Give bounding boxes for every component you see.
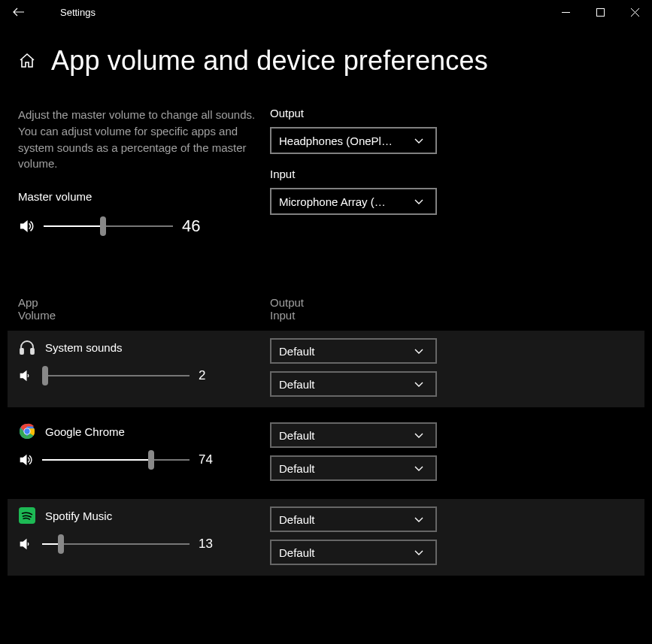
output-value: Headphones (OnePl… [279,135,410,147]
app-row: Google Chrome 74 Default Default [8,415,644,491]
app-input-select[interactable]: Default [270,455,437,481]
speaker-icon[interactable] [18,537,33,552]
svg-rect-1 [20,349,23,354]
app-volume-value: 74 [199,452,226,467]
app-volume-slider[interactable] [42,367,190,385]
svg-point-5 [24,428,29,434]
chevron-down-icon [410,547,428,558]
app-input-value: Default [279,378,410,391]
chevron-down-icon [410,135,428,146]
app-volume-slider[interactable] [42,535,190,553]
close-icon [631,8,639,17]
chevron-down-icon [410,463,428,473]
col-header-output: Output [270,296,304,309]
master-volume-value: 46 [182,216,209,236]
app-name: Google Chrome [45,425,125,438]
maximize-button[interactable] [583,0,617,24]
speaker-icon[interactable] [18,368,33,383]
master-volume-slider[interactable] [44,217,173,235]
output-select[interactable]: Headphones (OnePl… [270,127,437,154]
input-select[interactable]: Microphone Array (… [270,188,437,215]
app-output-value: Default [279,513,410,526]
col-header-app: App [18,296,270,309]
page-title: App volume and device preferences [51,45,488,77]
close-button[interactable] [617,0,652,24]
svg-rect-0 [596,8,604,16]
back-button[interactable] [0,0,38,24]
chevron-down-icon [410,196,428,207]
window-title: Settings [60,7,96,18]
chevron-down-icon [410,379,428,389]
spotify-icon [18,506,36,525]
app-row: Spotify Music 13 Default Default [8,499,644,576]
speaker-icon[interactable] [18,218,35,234]
app-input-value: Default [279,546,410,559]
app-name: System sounds [45,341,123,354]
app-volume-value: 2 [199,368,226,383]
app-output-select[interactable]: Default [270,422,437,448]
chrome-icon [18,422,36,440]
speaker-icon[interactable] [18,452,33,467]
home-icon[interactable] [18,52,36,70]
app-input-select[interactable]: Default [270,540,437,565]
col-header-input: Input [270,309,304,322]
app-volume-value: 13 [199,537,226,552]
svg-rect-2 [31,349,34,354]
minimize-button[interactable] [548,0,583,24]
app-volume-slider[interactable] [42,451,190,469]
app-output-select[interactable]: Default [270,506,437,532]
input-value: Microphone Array (… [279,195,410,208]
master-volume-label: Master volume [18,190,270,203]
chevron-down-icon [410,514,428,525]
app-output-value: Default [279,345,410,358]
app-input-select[interactable]: Default [270,371,437,397]
maximize-icon [596,8,605,17]
app-output-select[interactable]: Default [270,338,437,364]
chevron-down-icon [410,346,428,356]
app-name: Spotify Music [45,509,112,522]
app-row: System sounds 2 Default Default [8,331,644,407]
description-text: Adjust the master volume to change all s… [18,107,259,172]
app-output-value: Default [279,429,410,442]
arrow-left-icon [13,6,25,18]
headphones-icon [18,338,36,356]
col-header-volume: Volume [18,309,270,322]
output-label: Output [270,107,450,119]
minimize-icon [562,8,570,17]
input-label: Input [270,168,450,180]
app-input-value: Default [279,462,410,475]
chevron-down-icon [410,430,428,440]
